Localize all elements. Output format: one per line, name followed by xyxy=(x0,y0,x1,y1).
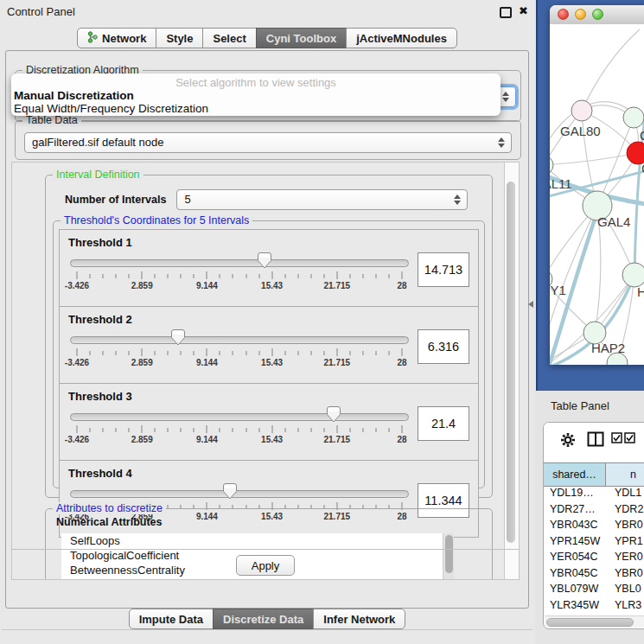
tab-cyni-toolbox[interactable]: Cyni Toolbox xyxy=(256,28,347,48)
table-data-combobox[interactable]: galFiltered.sif default node xyxy=(24,132,512,153)
tab-label: Infer Network xyxy=(323,613,395,626)
control-panel: Control Panel ✖ Network Style Select Cyn… xyxy=(0,0,534,644)
horizontal-scrollbar[interactable] xyxy=(545,615,644,628)
tab-jactivemnodules[interactable]: jActiveMNodules xyxy=(346,28,457,48)
threshold-value-field[interactable]: 6.316 xyxy=(418,329,469,364)
table-row[interactable]: YBL079WYBL0 xyxy=(544,581,644,597)
table-row[interactable]: YDL19…YDL1 xyxy=(544,485,644,501)
table-row[interactable]: YBR043CYBR0 xyxy=(544,517,644,533)
slider-thumb[interactable] xyxy=(258,252,271,269)
slider-thumb[interactable] xyxy=(327,406,341,423)
scrollbar-thumb[interactable] xyxy=(546,618,634,627)
cell-name[interactable]: YDR2 xyxy=(606,503,643,515)
threshold-slider[interactable]: -3.4262.8599.14415.4321.71528 xyxy=(70,384,409,460)
right-column: GAL80GACGAL11GAL4GCY1HHAP2 Table Panel xyxy=(536,0,644,644)
cell-shared-name[interactable]: YDR27… xyxy=(544,503,606,515)
network-node[interactable] xyxy=(623,107,644,128)
settings-scroll-area: Interval Definition Number of Intervals … xyxy=(11,162,520,580)
tab-label: Cyni Toolbox xyxy=(266,32,336,45)
cell-name[interactable]: YER0 xyxy=(606,551,643,563)
attribute-list-item[interactable]: SelfLoops xyxy=(61,533,454,548)
dropdown-option-manual-discretization[interactable]: Manual Discretization xyxy=(11,89,501,102)
apply-button[interactable]: Apply xyxy=(236,555,295,576)
table-row[interactable]: YPR145WYPR1 xyxy=(544,533,644,550)
network-graph: GAL80GACGAL11GAL4GCY1HHAP2 xyxy=(550,24,644,365)
table-rows: YDL19…YDL1YDR27…YDR2YBR043CYBR0YPR145WYP… xyxy=(544,485,644,629)
tab-style[interactable]: Style xyxy=(156,28,203,48)
tab-label: Style xyxy=(166,32,193,45)
node-label: GAL4 xyxy=(597,214,630,229)
cell-name[interactable]: YPR1 xyxy=(606,535,643,547)
table-data-group: Table Data galFiltered.sif default node xyxy=(15,120,521,160)
slider-ticks xyxy=(77,425,402,433)
cell-shared-name[interactable]: YBL079W xyxy=(544,583,606,595)
cell-name[interactable]: YDL1 xyxy=(606,487,641,499)
network-canvas[interactable]: GAL80GACGAL11GAL4GCY1HHAP2 xyxy=(550,24,644,365)
tab-infer-network[interactable]: Infer Network xyxy=(313,609,405,629)
network-window-titlebar[interactable] xyxy=(550,5,644,25)
threshold-slider[interactable]: -3.4262.8599.14415.4321.71528 xyxy=(70,307,409,383)
table-row[interactable]: YLR345WYLR3 xyxy=(544,597,644,614)
threshold-slider[interactable]: -3.4262.8599.14415.4321.71528 xyxy=(70,230,409,306)
cell-shared-name[interactable]: YBR045C xyxy=(544,567,606,579)
network-icon xyxy=(87,31,98,46)
group-title: Threshold's Coordinates for 5 Intervals xyxy=(61,214,252,226)
split-columns-icon[interactable] xyxy=(587,431,604,450)
dropdown-option-equal-width[interactable]: Equal Width/Frequency Discretization xyxy=(11,102,501,115)
panel-bottom-border xyxy=(2,629,532,630)
threshold-row: Threshold 3-3.4262.8599.14415.4321.71528… xyxy=(59,383,479,461)
float-window-icon[interactable] xyxy=(500,7,512,18)
network-node[interactable] xyxy=(571,100,592,121)
panel-title: Control Panel xyxy=(7,5,75,18)
threshold-value-field[interactable]: 21.4 xyxy=(418,406,469,441)
network-edge xyxy=(582,29,640,111)
cell-name[interactable]: YLR3 xyxy=(606,599,641,611)
cell-name[interactable]: YBL0 xyxy=(606,583,641,595)
close-traffic-light[interactable] xyxy=(558,9,569,20)
combo-value: 5 xyxy=(184,193,190,206)
cell-name[interactable]: YBR0 xyxy=(606,519,643,531)
tab-impute-data[interactable]: Impute Data xyxy=(129,609,214,629)
vertical-scrollbar[interactable] xyxy=(504,163,519,579)
close-icon[interactable]: ✖ xyxy=(519,4,528,17)
tab-label: Discretize Data xyxy=(223,613,303,626)
tab-discretize-data[interactable]: Discretize Data xyxy=(213,609,314,629)
table-row[interactable]: YER054CYER0 xyxy=(544,549,644,565)
cell-shared-name[interactable]: YPR145W xyxy=(544,535,606,547)
tab-select[interactable]: Select xyxy=(202,28,256,48)
cell-shared-name[interactable]: YDL19… xyxy=(544,487,606,499)
combo-stepper-icon xyxy=(502,92,509,102)
cell-name[interactable]: YBR0 xyxy=(606,567,643,579)
tab-network[interactable]: Network xyxy=(77,28,156,48)
zoom-traffic-light[interactable] xyxy=(592,9,603,20)
table-row[interactable]: YBR045CYBR0 xyxy=(544,565,644,582)
column-header-name[interactable]: n xyxy=(606,463,644,486)
cell-shared-name[interactable]: YLR345W xyxy=(544,599,606,611)
split-pane-collapse-arrow[interactable] xyxy=(528,301,533,308)
network-node[interactable] xyxy=(622,263,644,287)
select-all-checkbox-icon[interactable] xyxy=(611,431,622,447)
table-row[interactable]: YDR27…YDR2 xyxy=(544,501,644,518)
node-label: GAL80 xyxy=(560,124,601,138)
control-panel-titlebar: Control Panel ✖ xyxy=(0,0,534,22)
threshold-value-field[interactable]: 14.713 xyxy=(418,252,469,287)
table-panel-inner: shared… n YDL19…YDL1YDR27…YDR2YBR043CYBR… xyxy=(543,422,644,629)
scrollbar-thumb[interactable] xyxy=(507,182,515,543)
table-panel: Table Panel xyxy=(536,391,644,644)
apply-row: Apply xyxy=(12,549,519,579)
gear-icon[interactable] xyxy=(559,431,577,452)
column-header-shared-name[interactable]: shared… xyxy=(544,463,606,486)
network-view-window[interactable]: GAL80GACGAL11GAL4GCY1HHAP2 xyxy=(550,5,644,365)
minimize-traffic-light[interactable] xyxy=(575,9,586,20)
slider-thumb[interactable] xyxy=(171,329,185,346)
algorithm-dropdown-popup: Select algorithm to view settings Manual… xyxy=(11,73,501,116)
combo-value: galFiltered.sif default node xyxy=(32,136,163,149)
number-of-intervals-combobox[interactable]: 5 xyxy=(176,189,468,210)
cell-shared-name[interactable]: YBR043C xyxy=(544,519,606,531)
select-none-checkbox-icon[interactable] xyxy=(624,431,635,447)
tab-label: Select xyxy=(213,32,245,45)
cell-shared-name[interactable]: YER054C xyxy=(544,551,606,563)
slider-thumb[interactable] xyxy=(223,483,237,500)
threshold-list: Threshold 1-3.4262.8599.14415.4321.71528… xyxy=(59,230,479,538)
table-panel-title: Table Panel xyxy=(551,399,609,412)
